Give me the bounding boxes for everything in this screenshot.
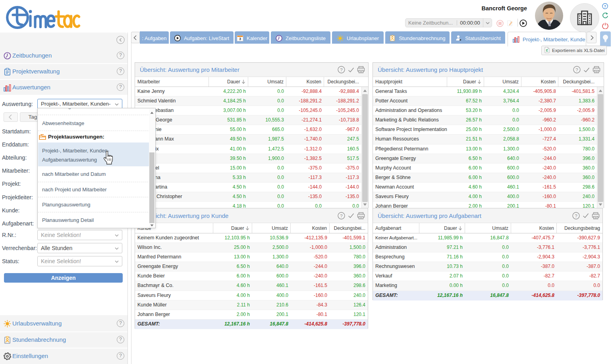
svg-text:?: ?	[575, 67, 578, 72]
svg-text:3: 3	[239, 37, 241, 41]
svg-text:?: ?	[604, 4, 606, 8]
svg-text:?: ?	[340, 67, 343, 72]
svg-text:?: ?	[340, 213, 343, 218]
svg-text:?: ?	[575, 213, 577, 218]
svg-text:E: E	[546, 48, 548, 52]
